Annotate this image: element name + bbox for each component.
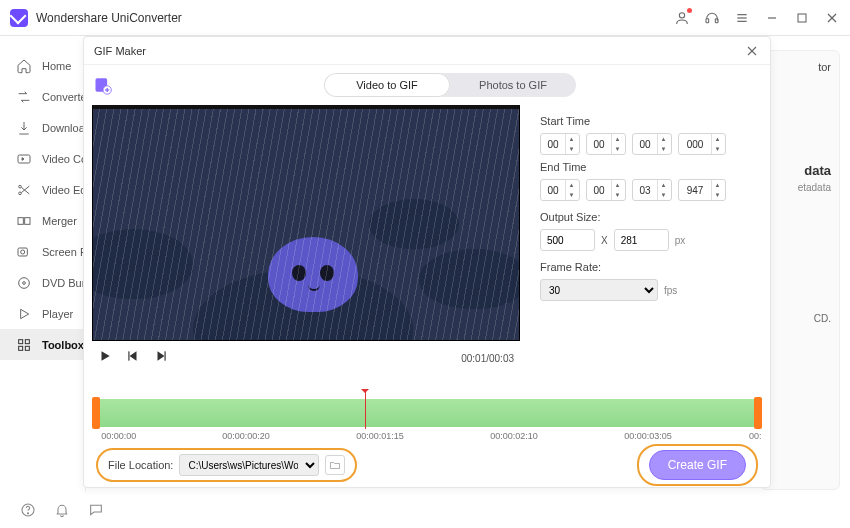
start-hh-input[interactable] [541, 138, 565, 151]
sidebar-item-downloader[interactable]: Downloader [0, 112, 85, 143]
merge-icon [16, 213, 32, 229]
bg-text-tor: tor [769, 61, 831, 73]
svg-rect-34 [128, 351, 129, 360]
svg-point-16 [21, 250, 25, 254]
tab-video-to-gif[interactable]: Video to GIF [324, 73, 450, 97]
sidebar-item-player[interactable]: Player [0, 298, 85, 329]
size-x: X [601, 235, 608, 246]
timeline-track[interactable] [92, 399, 762, 427]
end-ms-stepper[interactable]: ▲▼ [678, 179, 726, 201]
end-ms-input[interactable] [679, 184, 711, 197]
scissors-icon [16, 182, 32, 198]
title-bar: Wondershare UniConverter [0, 0, 850, 36]
svg-point-11 [19, 185, 22, 188]
properties-panel: Start Time ▲▼ ▲▼ ▲▼ ▲▼ End Time ▲▼ ▲▼ ▲▼… [540, 105, 762, 395]
svg-rect-13 [18, 217, 23, 224]
convert-icon [16, 89, 32, 105]
tick-label: 00:00:01:15 [356, 431, 404, 441]
menu-icon[interactable] [734, 10, 750, 26]
output-width-input[interactable] [540, 229, 595, 251]
end-hh-stepper[interactable]: ▲▼ [540, 179, 580, 201]
play-button[interactable] [98, 349, 112, 367]
sidebar-item-compressor[interactable]: Video Compressor [0, 143, 85, 174]
feedback-icon[interactable] [88, 502, 104, 518]
file-location-group: File Location: C:\Users\ws\Pictures\Wond… [96, 448, 357, 482]
size-unit: px [675, 235, 686, 246]
app-title: Wondershare UniConverter [36, 11, 674, 25]
bg-cd-text: CD. [769, 313, 831, 324]
svg-rect-23 [25, 346, 29, 350]
sidebar-item-converter[interactable]: Converter [0, 81, 85, 112]
maximize-button[interactable] [794, 10, 810, 26]
frame-rate-label: Frame Rate: [540, 261, 762, 273]
status-bar [0, 492, 124, 528]
modal-toolbar: Video to GIF Photos to GIF [84, 65, 770, 105]
start-hh-stepper[interactable]: ▲▼ [540, 133, 580, 155]
sidebar-item-merger[interactable]: Merger [0, 205, 85, 236]
frame-rate-unit: fps [664, 285, 677, 296]
close-icon[interactable] [744, 43, 760, 59]
gif-maker-modal: GIF Maker Video to GIF Photos to GIF [83, 36, 771, 488]
end-mm-input[interactable] [587, 184, 611, 197]
create-gif-button[interactable]: Create GIF [649, 450, 746, 480]
sidebar-item-home[interactable]: Home [0, 50, 85, 81]
svg-point-18 [23, 281, 26, 284]
headset-icon[interactable] [704, 10, 720, 26]
frame-rate-select[interactable]: 30 [540, 279, 658, 301]
minimize-button[interactable] [764, 10, 780, 26]
video-preview[interactable] [92, 105, 520, 341]
close-button[interactable] [824, 10, 840, 26]
timeline[interactable]: 00:00:00 00:00:00:20 00:00:01:15 00:00:0… [92, 395, 762, 443]
bell-icon[interactable] [54, 502, 70, 518]
start-mm-stepper[interactable]: ▲▼ [586, 133, 626, 155]
svg-rect-22 [19, 346, 23, 350]
output-height-input[interactable] [614, 229, 669, 251]
mode-segmented-control: Video to GIF Photos to GIF [324, 73, 576, 97]
start-ms-stepper[interactable]: ▲▼ [678, 133, 726, 155]
start-mm-input[interactable] [587, 138, 611, 151]
svg-rect-15 [18, 248, 27, 256]
sidebar-item-toolbox[interactable]: Toolbox [0, 329, 85, 360]
account-icon[interactable] [674, 10, 690, 26]
end-ss-input[interactable] [633, 184, 657, 197]
tick-label: 00: [749, 431, 762, 441]
svg-rect-2 [715, 18, 718, 22]
modal-footer: File Location: C:\Users\ws\Pictures\Wond… [84, 443, 770, 487]
tick-label: 00:00:00:20 [222, 431, 270, 441]
bg-metadata-sub: etadata [769, 182, 831, 193]
output-size-label: Output Size: [540, 211, 762, 223]
sidebar-item-dvd[interactable]: DVD Burner [0, 267, 85, 298]
home-icon [16, 58, 32, 74]
sidebar-item-recorder[interactable]: Screen Recorder [0, 236, 85, 267]
tick-label: 00:00:00 [101, 431, 136, 441]
svg-rect-36 [165, 351, 166, 360]
end-mm-stepper[interactable]: ▲▼ [586, 179, 626, 201]
end-hh-input[interactable] [541, 184, 565, 197]
start-ss-stepper[interactable]: ▲▼ [632, 133, 672, 155]
trim-handle-left[interactable] [92, 397, 100, 429]
svg-point-0 [679, 12, 684, 17]
tab-photos-to-gif[interactable]: Photos to GIF [450, 73, 576, 97]
start-ss-input[interactable] [633, 138, 657, 151]
trim-handle-right[interactable] [754, 397, 762, 429]
download-icon [16, 120, 32, 136]
svg-rect-1 [706, 18, 709, 22]
add-file-button[interactable] [92, 74, 114, 96]
svg-point-25 [27, 513, 28, 514]
svg-rect-21 [25, 339, 29, 343]
end-ss-stepper[interactable]: ▲▼ [632, 179, 672, 201]
sidebar-item-editor[interactable]: Video Editor [0, 174, 85, 205]
svg-marker-35 [158, 351, 165, 360]
sidebar-item-label: Converter [42, 91, 85, 103]
help-icon[interactable] [20, 502, 36, 518]
prev-frame-button[interactable] [126, 349, 140, 367]
file-location-select[interactable]: C:\Users\ws\Pictures\Wonders [179, 454, 319, 476]
playhead[interactable] [365, 391, 366, 429]
modal-title: GIF Maker [94, 45, 744, 57]
start-ms-input[interactable] [679, 138, 711, 151]
sidebar-item-label: DVD Burner [42, 277, 85, 289]
next-frame-button[interactable] [154, 349, 168, 367]
video-area: 00:01/00:03 [92, 105, 520, 395]
play-icon [16, 306, 32, 322]
open-folder-button[interactable] [325, 455, 345, 475]
